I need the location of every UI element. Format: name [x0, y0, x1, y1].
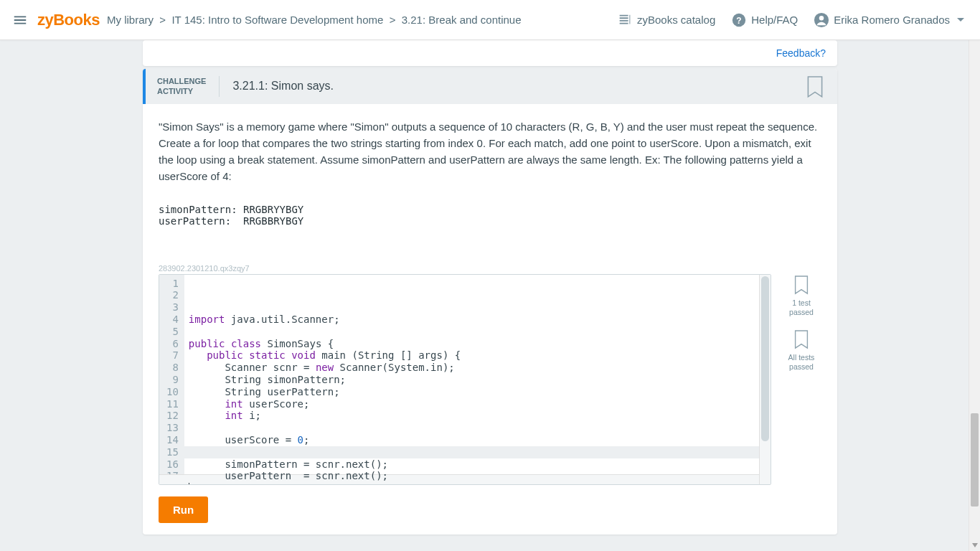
badge-one-test: 1 test passed [781, 276, 821, 317]
bookmark-icon [793, 276, 810, 296]
feedback-link[interactable]: Feedback? [776, 47, 826, 59]
help-link[interactable]: ? Help/FAQ [725, 8, 804, 32]
user-name: Erika Romero Granados [834, 14, 950, 26]
session-id: 283902.2301210.qx3zqy7 [159, 264, 821, 273]
bookmark-icon [793, 330, 810, 350]
activity-type-label: CHALLENGE ACTIVITY [157, 76, 220, 97]
svg-point-3 [819, 16, 824, 20]
chevron-down-icon [957, 18, 964, 22]
help-icon: ? [731, 12, 747, 28]
catalog-link[interactable]: zyBooks catalog [611, 8, 721, 32]
activity-header: CHALLENGE ACTIVITY 3.21.1: Simon says. [143, 69, 837, 104]
top-app-bar: zyBooks My library > IT 145: Intro to So… [0, 0, 980, 40]
test-badge-column: 1 test passed All tests passed [781, 274, 821, 485]
scroll-down-arrow[interactable] [969, 540, 980, 551]
bookmark-button[interactable] [806, 76, 824, 99]
bookmark-icon [806, 76, 824, 99]
activity-title: 3.21.1: Simon says. [232, 80, 334, 93]
catalog-label: zyBooks catalog [637, 14, 715, 26]
breadcrumb: My library > IT 145: Intro to Software D… [104, 14, 611, 26]
run-button[interactable]: Run [159, 496, 208, 523]
breadcrumb-item[interactable]: IT 145: Intro to Software Development ho… [171, 14, 383, 26]
badge-all-tests: All tests passed [781, 330, 821, 372]
user-menu[interactable]: Erika Romero Granados [808, 8, 970, 32]
code-area[interactable]: import java.util.Scanner;public class Si… [184, 275, 771, 484]
breadcrumb-item[interactable]: 3.21: Break and continue [402, 14, 522, 26]
code-editor[interactable]: 1234567891011121314151617 import java.ut… [159, 274, 771, 485]
breadcrumb-item[interactable]: My library [107, 14, 154, 26]
problem-description: "Simon Says" is a memory game where "Sim… [159, 118, 821, 185]
hamburger-menu-button[interactable] [6, 6, 34, 34]
logo[interactable]: zyBooks [37, 11, 100, 29]
challenge-card: CHALLENGE ACTIVITY 3.21.1: Simon says. "… [143, 69, 837, 534]
example-block: simonPattern: RRGBRYYBGY userPattern: RR… [159, 204, 821, 227]
user-icon [814, 12, 829, 28]
line-number-gutter: 1234567891011121314151617 [159, 275, 184, 484]
page-vertical-scrollbar[interactable] [969, 0, 980, 551]
help-label: Help/FAQ [751, 14, 798, 26]
catalog-icon [617, 12, 633, 28]
page-scroll-thumb[interactable] [971, 413, 979, 507]
hamburger-icon [12, 12, 28, 28]
previous-card-stub: Feedback? [143, 40, 837, 66]
svg-text:?: ? [737, 15, 742, 25]
